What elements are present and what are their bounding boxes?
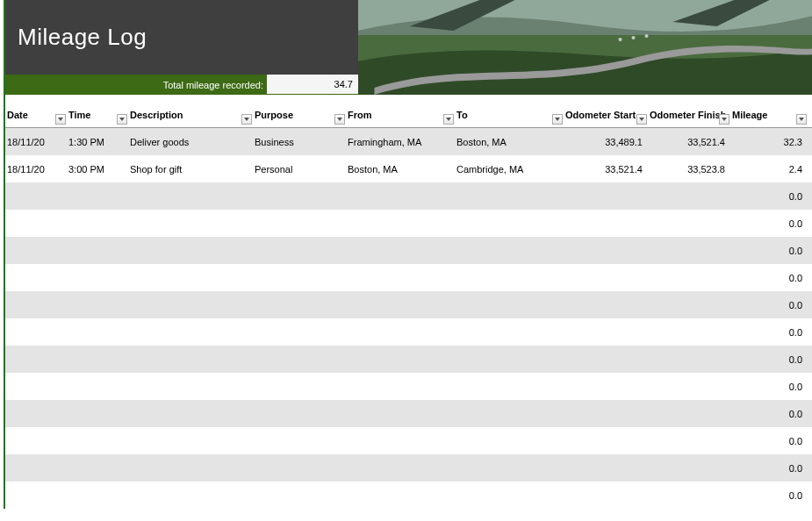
col-to-label: To bbox=[456, 110, 468, 120]
cell[interactable]: 0.0 bbox=[730, 382, 808, 392]
cell[interactable]: 0.0 bbox=[730, 273, 808, 283]
table-row[interactable]: 0.0 bbox=[5, 210, 812, 237]
filter-dropdown-icon[interactable] bbox=[719, 114, 729, 125]
cell[interactable]: 33,521.4 bbox=[564, 164, 648, 175]
col-from: From bbox=[346, 102, 455, 127]
table-body: 18/11/201:30 PMDeliver goodsBusinessFram… bbox=[5, 128, 812, 509]
table-row[interactable]: 0.0 bbox=[5, 400, 812, 427]
cell[interactable]: Shop for gift bbox=[128, 164, 253, 175]
col-from-label: From bbox=[348, 110, 372, 120]
col-mileage-label: Mileage bbox=[732, 110, 767, 120]
cell[interactable]: 0.0 bbox=[730, 354, 808, 365]
table-row[interactable]: 0.0 bbox=[5, 318, 812, 346]
filter-dropdown-icon[interactable] bbox=[636, 114, 647, 125]
header-title-box: Mileage Log bbox=[5, 0, 358, 75]
col-odometer-start: Odometer Start bbox=[564, 102, 648, 127]
table-row[interactable]: 0.0 bbox=[5, 427, 812, 454]
cell[interactable]: 0.0 bbox=[730, 327, 808, 338]
cell[interactable]: 2.4 bbox=[730, 164, 808, 175]
filter-dropdown-icon[interactable] bbox=[55, 114, 66, 125]
col-mileage: Mileage bbox=[730, 102, 808, 127]
col-description-label: Description bbox=[130, 110, 183, 120]
cell[interactable]: 32.3 bbox=[730, 137, 808, 147]
filter-dropdown-icon[interactable] bbox=[334, 114, 345, 125]
table-row[interactable]: 18/11/201:30 PMDeliver goodsBusinessFram… bbox=[5, 128, 812, 155]
table-row[interactable]: 0.0 bbox=[5, 264, 812, 291]
table-row[interactable]: 0.0 bbox=[5, 482, 812, 509]
table-row[interactable]: 0.0 bbox=[5, 182, 812, 210]
table-row[interactable]: 0.0 bbox=[5, 373, 812, 400]
total-label: Total mileage recorded: bbox=[5, 75, 267, 95]
col-purpose: Purpose bbox=[253, 102, 346, 127]
col-odometer-start-label: Odometer Start bbox=[565, 110, 636, 120]
cell[interactable]: 0.0 bbox=[730, 463, 808, 474]
table-row[interactable]: 18/11/203:00 PMShop for giftPersonalBost… bbox=[5, 155, 812, 182]
cell[interactable]: Boston, MA bbox=[346, 164, 455, 175]
cell[interactable]: 0.0 bbox=[730, 218, 808, 229]
cell[interactable]: 33,489.1 bbox=[564, 137, 648, 147]
col-description: Description bbox=[128, 102, 253, 127]
cell[interactable]: 33,521.4 bbox=[648, 137, 730, 147]
cell[interactable]: 18/11/20 bbox=[5, 137, 67, 147]
col-odometer-finish: Odometer Finish bbox=[648, 102, 730, 127]
cell[interactable]: 0.0 bbox=[730, 300, 808, 310]
table-row[interactable]: 0.0 bbox=[5, 237, 812, 264]
total-bar: Total mileage recorded: 34.7 bbox=[5, 75, 358, 95]
page: Mileage Log Total mileage recorded: 34.7… bbox=[4, 0, 812, 509]
col-date: Date bbox=[5, 102, 67, 127]
cell[interactable]: 0.0 bbox=[730, 436, 808, 446]
header: Mileage Log Total mileage recorded: 34.7 bbox=[5, 0, 812, 95]
svg-point-2 bbox=[619, 38, 622, 41]
cell[interactable]: Framingham, MA bbox=[346, 137, 455, 147]
cell[interactable]: 0.0 bbox=[730, 191, 808, 202]
cell[interactable]: 18/11/20 bbox=[5, 164, 67, 175]
filter-dropdown-icon[interactable] bbox=[443, 114, 454, 125]
col-time: Time bbox=[67, 102, 128, 127]
cell[interactable]: Personal bbox=[253, 164, 346, 175]
cell[interactable]: 3:00 PM bbox=[67, 164, 128, 175]
col-purpose-label: Purpose bbox=[255, 110, 293, 120]
table-row[interactable]: 0.0 bbox=[5, 346, 812, 373]
filter-dropdown-icon[interactable] bbox=[796, 114, 807, 125]
svg-point-3 bbox=[632, 36, 636, 39]
page-title: Mileage Log bbox=[18, 24, 147, 51]
cell[interactable]: Cambridge, MA bbox=[455, 164, 564, 175]
table-row[interactable]: 0.0 bbox=[5, 291, 812, 318]
cell[interactable]: 1:30 PM bbox=[67, 137, 128, 147]
cell[interactable]: 0.0 bbox=[730, 246, 808, 256]
cell[interactable]: Deliver goods bbox=[128, 137, 253, 147]
col-odometer-finish-label: Odometer Finish bbox=[650, 110, 726, 120]
column-headers: Date Time Description Purpose From To Od… bbox=[5, 102, 812, 128]
col-date-label: Date bbox=[7, 110, 28, 120]
col-time-label: Time bbox=[68, 110, 90, 120]
cell[interactable]: 0.0 bbox=[730, 490, 808, 501]
cell[interactable]: Business bbox=[253, 137, 346, 147]
header-image bbox=[358, 0, 812, 95]
total-value: 34.7 bbox=[267, 75, 358, 95]
col-to: To bbox=[455, 102, 564, 127]
cell[interactable]: Boston, MA bbox=[455, 137, 564, 147]
table-row[interactable]: 0.0 bbox=[5, 454, 812, 482]
cell[interactable]: 0.0 bbox=[730, 409, 808, 419]
svg-point-4 bbox=[645, 34, 649, 38]
filter-dropdown-icon[interactable] bbox=[241, 114, 252, 125]
cell[interactable]: 33,523.8 bbox=[648, 164, 730, 175]
filter-dropdown-icon[interactable] bbox=[117, 114, 127, 125]
filter-dropdown-icon[interactable] bbox=[552, 114, 563, 125]
